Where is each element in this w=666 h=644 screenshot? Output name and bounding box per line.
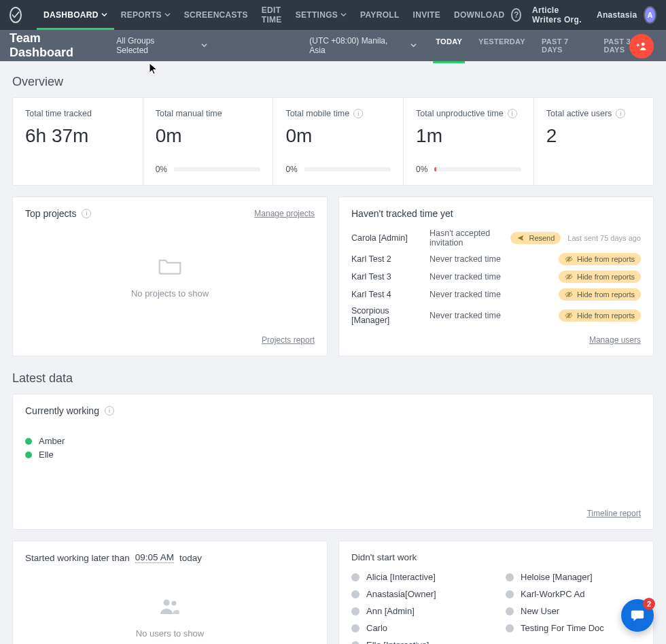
- havent-tracked-row: Karl Test 4Never tracked timeHide from r…: [351, 286, 641, 303]
- group-selector[interactable]: All Groups Selected: [116, 36, 207, 55]
- user-name: Elle: [39, 450, 54, 460]
- offline-dot-icon: [506, 607, 514, 615]
- info-icon[interactable]: i: [353, 109, 363, 118]
- timeline-report-link[interactable]: Timeline report: [586, 509, 641, 518]
- offline-dot-icon: [506, 624, 514, 632]
- avatar[interactable]: A: [644, 6, 656, 24]
- info-icon[interactable]: i: [616, 109, 625, 118]
- havent-tracked-row: Karl Test 3Never tracked timeHide from r…: [351, 268, 641, 286]
- help-icon[interactable]: ?: [511, 8, 521, 22]
- overview-title: Overview: [12, 75, 654, 89]
- didnt-start-col-1: Alicia [Interactive]Anastasia[Owner]Ann …: [351, 572, 487, 644]
- didnt-start-title: Didn't start work: [351, 552, 641, 562]
- chevron-down-icon: [340, 10, 347, 20]
- timezone-selector[interactable]: (UTC +08:00) Manila, Asia: [309, 36, 417, 55]
- user-name: New User: [521, 606, 559, 616]
- user-status: Never tracked time: [430, 272, 559, 282]
- nav-invite[interactable]: INVITE: [406, 0, 447, 30]
- offline-dot-icon: [506, 573, 514, 581]
- currently-working-user: Elle: [25, 450, 641, 460]
- offline-dot-icon: [351, 641, 360, 645]
- havent-tracked-list: Carola [Admin]Hasn't accepted invitation…: [351, 226, 641, 328]
- hide-from-reports-button[interactable]: Hide from reports: [559, 253, 641, 265]
- currently-working-panel: Currently working i AmberElle Timeline r…: [12, 394, 654, 530]
- havent-tracked-row: Karl Test 2Never tracked timeHide from r…: [351, 250, 641, 268]
- user-name[interactable]: Anastasia: [597, 10, 637, 20]
- chevron-down-icon: [410, 41, 417, 50]
- group-selector-label: All Groups Selected: [116, 36, 185, 55]
- didnt-start-user: Anastasia[Owner]: [351, 589, 487, 599]
- didnt-start-user: Karl-WorkPC Ad: [506, 589, 641, 599]
- nav-dashboard[interactable]: DASHBOARD: [37, 0, 114, 30]
- stat-card: Total mobile timei0m0%: [273, 98, 404, 185]
- havent-tracked-panel: Haven't tracked time yet Carola [Admin]H…: [338, 197, 654, 356]
- stat-progress: 0%: [156, 165, 261, 174]
- nav-settings[interactable]: SETTINGS: [289, 0, 353, 30]
- user-name: Alicia [Interactive]: [366, 572, 436, 582]
- nav-reports[interactable]: REPORTS: [114, 0, 177, 30]
- started-late-panel: Started working later than 09:05 AM toda…: [12, 541, 328, 644]
- user-status: Never tracked time: [430, 311, 559, 320]
- online-dot-icon: [25, 438, 32, 445]
- user-name: Amber: [39, 436, 65, 446]
- user-name: Karl-WorkPC Ad: [521, 589, 584, 599]
- user-name: Karl Test 4: [351, 290, 430, 299]
- org-name[interactable]: Article Writers Org.: [532, 5, 584, 24]
- user-name: Carlo: [366, 623, 387, 633]
- svg-rect-2: [637, 44, 638, 47]
- user-name: Ann [Admin]: [366, 606, 415, 616]
- manage-projects-link[interactable]: Manage projects: [254, 209, 315, 218]
- user-status: Never tracked time: [430, 290, 559, 299]
- projects-report-link[interactable]: Projects report: [262, 335, 315, 345]
- user-name: Heloise [Manager]: [521, 572, 593, 582]
- nav-edit time[interactable]: EDIT TIME: [255, 0, 289, 30]
- svg-point-12: [172, 601, 177, 606]
- stat-pct: 0%: [285, 165, 297, 174]
- chevron-down-icon: [164, 10, 171, 20]
- svg-point-0: [642, 43, 645, 46]
- hide-from-reports-button[interactable]: Hide from reports: [559, 288, 641, 301]
- info-icon[interactable]: i: [82, 209, 91, 218]
- nav-items: DASHBOARDREPORTSSCREENCASTSEDIT TIMESETT…: [37, 0, 511, 30]
- didnt-start-user: Carlo: [351, 623, 487, 633]
- users-icon: [158, 598, 181, 617]
- user-name: Carola [Admin]: [351, 233, 430, 243]
- late-time-threshold[interactable]: 09:05 AM: [135, 552, 174, 563]
- stat-label: Total manual time: [156, 109, 261, 118]
- date-tab-yesterday[interactable]: YESTERDAY: [476, 28, 528, 63]
- progress-bar: [304, 167, 391, 171]
- currently-working-title: Currently working i: [25, 405, 114, 416]
- folder-icon: [158, 255, 182, 277]
- user-name: Elle [Interactive]: [366, 640, 430, 644]
- invite-user-button[interactable]: [629, 34, 654, 58]
- stat-card: Total manual time0m0%: [143, 98, 274, 185]
- didnt-start-user: Elle [Interactive]: [351, 640, 487, 644]
- sub-header: Team Dashboard All Groups Selected (UTC …: [0, 30, 666, 61]
- started-late-empty: No users to show: [25, 563, 315, 644]
- hide-from-reports-button[interactable]: Hide from reports: [559, 309, 641, 322]
- offline-dot-icon: [351, 607, 360, 615]
- currently-working-list: AmberElle: [25, 433, 641, 463]
- stat-cards: Total time tracked6h 37mTotal manual tim…: [12, 97, 654, 186]
- date-tab-today[interactable]: TODAY: [433, 28, 465, 63]
- user-name: Karl Test 2: [351, 254, 430, 264]
- user-name: Karl Test 3: [351, 272, 430, 282]
- stat-card: Total active usersi2: [534, 98, 653, 185]
- nav-screencasts[interactable]: SCREENCASTS: [177, 0, 255, 30]
- nav-download[interactable]: DOWNLOAD: [447, 0, 511, 30]
- stat-card: Total unproductive timei1m0%: [404, 98, 534, 185]
- stat-pct: 0%: [156, 165, 167, 174]
- info-icon[interactable]: i: [105, 406, 114, 416]
- stat-value: 1m: [416, 125, 521, 147]
- date-tab-past-7-days[interactable]: PAST 7 DAYS: [539, 28, 591, 63]
- info-icon[interactable]: i: [508, 109, 517, 118]
- nav-payroll[interactable]: PAYROLL: [353, 0, 406, 30]
- chat-button[interactable]: 2: [621, 599, 654, 632]
- stat-pct: 0%: [416, 165, 427, 174]
- progress-bar: [434, 167, 521, 171]
- manage-users-link[interactable]: Manage users: [589, 335, 641, 345]
- resend-button[interactable]: Resend: [510, 232, 561, 244]
- hide-from-reports-button[interactable]: Hide from reports: [559, 271, 641, 283]
- svg-point-11: [164, 600, 170, 606]
- page-title: Team Dashboard: [10, 31, 104, 60]
